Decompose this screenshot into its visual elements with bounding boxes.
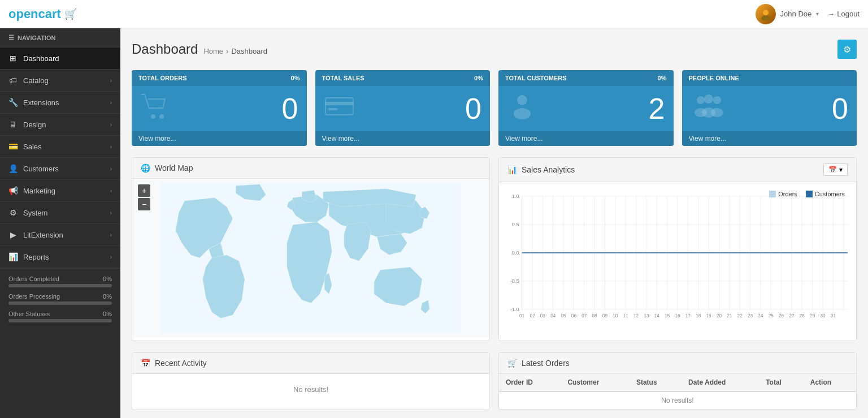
credit-card-icon <box>324 95 355 123</box>
stat-value: 0 <box>832 92 848 126</box>
svg-text:21: 21 <box>727 313 732 318</box>
svg-text:06: 06 <box>571 313 577 318</box>
legend-customers: Customers <box>806 191 845 197</box>
svg-text:18: 18 <box>696 313 701 318</box>
svg-text:09: 09 <box>602 313 608 318</box>
world-map-heading: 🌐 World Map <box>132 158 489 179</box>
stat-card-link[interactable]: View more... <box>315 131 491 146</box>
col-total: Total <box>759 374 804 391</box>
stat-card-header: TOTAL CUSTOMERS 0% <box>498 70 674 86</box>
svg-text:11: 11 <box>623 313 629 318</box>
stat-value: 0 <box>465 92 481 126</box>
cart-icon: 🛒 <box>507 359 517 368</box>
svg-text:-1.0: -1.0 <box>510 307 519 312</box>
top-navbar: opencart 🛒 John Doe ▾ → Logout <box>0 0 868 28</box>
chart-container: Orders Customers 1.0 0.5 0.0 -0.5 -1.0 <box>499 182 856 341</box>
litextension-icon: ▶ <box>8 230 18 239</box>
logout-button[interactable]: → Logout <box>827 10 860 18</box>
world-map-panel: 🌐 World Map + − <box>132 157 490 341</box>
orders-table: Order ID Customer Status Date Added Tota… <box>499 374 856 410</box>
svg-text:24: 24 <box>758 313 763 318</box>
sidebar-item-dashboard[interactable]: ⊞ Dashboard <box>0 48 120 70</box>
stat-card-link[interactable]: View more... <box>498 131 674 146</box>
username: John Doe <box>780 10 812 18</box>
progress-value: 0% <box>103 293 112 300</box>
world-map-title: World Map <box>155 163 193 173</box>
sidebar-progress-section: Orders Completed 0% Orders Processing 0%… <box>0 268 120 335</box>
svg-text:04: 04 <box>550 313 556 318</box>
svg-text:02: 02 <box>530 313 535 318</box>
sidebar-nav-label: ☰ NAVIGATION <box>0 28 120 48</box>
world-map-svg <box>141 183 480 333</box>
col-customer: Customer <box>561 374 630 391</box>
sidebar-item-label: LitExtension <box>23 231 63 239</box>
stat-title: TOTAL ORDERS <box>138 75 187 81</box>
sidebar-item-design[interactable]: 🖥 Design › <box>0 114 120 136</box>
page-header: Dashboard Home › Dashboard ⚙ <box>132 40 857 59</box>
calendar-icon: 📅 <box>828 166 837 174</box>
logo-cart-icon: 🛒 <box>64 8 77 20</box>
svg-text:14: 14 <box>654 313 660 318</box>
sales-icon: 💳 <box>8 142 18 151</box>
stat-card-link[interactable]: View more... <box>132 131 307 146</box>
logout-icon: → <box>827 10 835 18</box>
avatar <box>756 4 776 24</box>
globe-icon: 🌐 <box>141 163 150 173</box>
logo: opencart 🛒 <box>8 7 77 21</box>
svg-text:29: 29 <box>810 313 815 318</box>
svg-text:26: 26 <box>779 313 784 318</box>
stat-card-link[interactable]: View more... <box>682 131 857 146</box>
chevron-right-icon: › <box>110 232 112 238</box>
sidebar-item-litextension[interactable]: ▶ LitExtension › <box>0 224 120 246</box>
chevron-right-icon: › <box>110 254 112 260</box>
latest-orders-title: Latest Orders <box>522 359 570 368</box>
zoom-in-button[interactable]: + <box>138 184 150 197</box>
svg-text:08: 08 <box>592 313 598 318</box>
marketing-icon: 📢 <box>8 186 18 195</box>
sidebar-item-label: Catalog <box>23 76 49 85</box>
chevron-right-icon: › <box>110 144 112 150</box>
zoom-out-button[interactable]: − <box>138 198 150 210</box>
sidebar-item-label: Extensions <box>23 98 59 107</box>
svg-text:07: 07 <box>581 313 587 318</box>
user-info[interactable]: John Doe ▾ <box>756 4 819 24</box>
sidebar-item-sales[interactable]: 💳 Sales › <box>0 136 120 158</box>
svg-text:19: 19 <box>706 313 712 318</box>
svg-rect-5 <box>326 102 353 105</box>
stat-value: 2 <box>649 92 665 126</box>
customers-icon: 👤 <box>8 164 18 173</box>
svg-text:0.0: 0.0 <box>512 250 519 256</box>
svg-text:10: 10 <box>613 313 618 318</box>
reports-icon: 📊 <box>8 252 18 261</box>
group-icon <box>691 92 727 126</box>
breadcrumb-home[interactable]: Home <box>203 47 223 55</box>
legend-color-customers <box>806 191 813 197</box>
logout-label: Logout <box>837 10 860 18</box>
svg-point-13 <box>704 94 713 104</box>
analytics-heading: 📊 Sales Analytics 📅 ▾ <box>499 158 856 182</box>
date-picker-button[interactable]: 📅 ▾ <box>823 163 848 176</box>
stat-card-body: 2 <box>498 86 674 131</box>
progress-orders-completed: Orders Completed 0% <box>8 275 112 287</box>
latest-orders-panel: 🛒 Latest Orders Order ID Customer Status… <box>498 352 857 410</box>
sidebar-item-extensions[interactable]: 🔧 Extensions › <box>0 92 120 114</box>
sidebar-item-marketing[interactable]: 📢 Marketing › <box>0 180 120 202</box>
analytics-title: Sales Analytics <box>522 165 575 174</box>
sidebar-item-system[interactable]: ⚙ System › <box>0 202 120 224</box>
svg-text:0.5: 0.5 <box>512 222 519 227</box>
stat-title: TOTAL SALES <box>322 75 364 81</box>
sidebar-item-catalog[interactable]: 🏷 Catalog › <box>0 70 120 92</box>
map-controls: + − <box>138 184 150 210</box>
dashboard-icon: ⊞ <box>8 54 18 63</box>
dropdown-arrow-icon: ▾ <box>816 11 819 17</box>
sidebar-item-customers[interactable]: 👤 Customers › <box>0 158 120 180</box>
svg-text:27: 27 <box>789 313 795 318</box>
svg-text:12: 12 <box>633 313 639 318</box>
sidebar-item-reports[interactable]: 📊 Reports › <box>0 246 120 268</box>
sidebar: ☰ NAVIGATION ⊞ Dashboard 🏷 Catalog › 🔧 E… <box>0 28 120 418</box>
page-settings-button[interactable]: ⚙ <box>837 40 857 59</box>
stat-percent: 0% <box>291 75 300 81</box>
dropdown-arrow-icon: ▾ <box>839 166 843 174</box>
svg-text:28: 28 <box>800 313 805 318</box>
svg-text:20: 20 <box>717 313 722 318</box>
